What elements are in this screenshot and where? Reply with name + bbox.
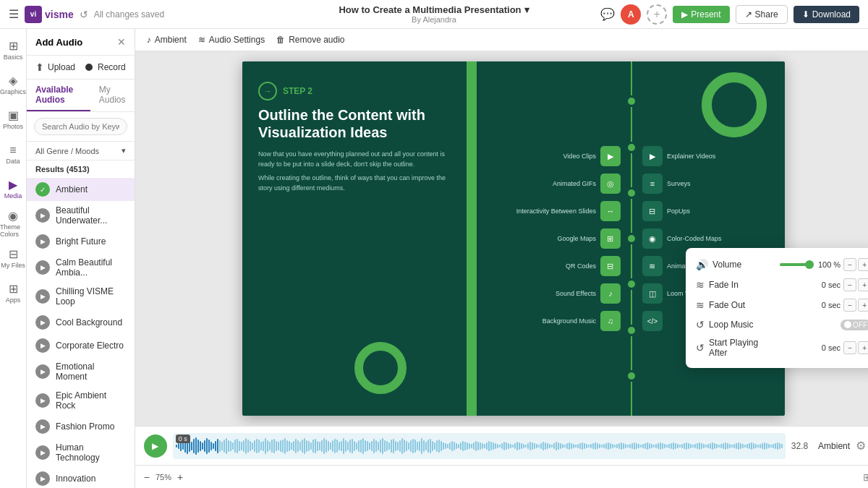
play-icon: ▶ [35,364,50,379]
audio-panel-title: Add Audio [35,37,82,48]
fade-out-increase-button[interactable]: + [858,299,868,312]
tab-available-audios[interactable]: Available Audios [27,80,90,111]
settings-bars-icon: ≋ [198,35,205,45]
audio-item-beautiful-underwater[interactable]: ▶ Beautiful Underwater... [27,201,135,230]
add-collaborator-button[interactable]: + [647,4,667,25]
chat-icon[interactable]: 💬 [600,7,615,21]
search-box [27,112,135,142]
document-title-area: How to Create a Multimedia Presentation … [339,4,529,24]
sidebar-item-my-files[interactable]: ⊟ My Files [0,243,26,275]
playing-check-icon: ✓ [35,182,50,197]
audio-item-epic-ambient[interactable]: ▶ Epic Ambient Rock [27,386,135,415]
fade-out-decrease-button[interactable]: − [843,299,856,312]
zoom-in-button[interactable]: + [177,471,183,483]
audio-item-human-technology[interactable]: ▶ Human Technology [27,438,135,467]
genre-dropdown[interactable]: All Genre / Moods ▾ [27,142,135,160]
my-files-icon: ⊟ [9,249,18,260]
play-icon: ▶ [35,289,50,304]
main-layout: ⊞ Basics ◈ Graphics ▣ Photos ≡ Data ▶ Me… [0,29,868,488]
play-icon: ▶ [35,208,50,223]
audio-item-emotional-moment[interactable]: ▶ Emotional Moment [27,357,135,386]
menu-icon[interactable]: ☰ [9,7,19,21]
audio-name: Human Technology [56,442,126,463]
audio-item-fashion-promo[interactable]: ▶ Fashion Promo [27,415,135,438]
loop-music-label: ↺ Loop Music [696,319,775,330]
start-playing-increase-button[interactable]: + [858,341,868,354]
audio-item-innovation[interactable]: ▶ Innovation [27,467,135,488]
start-playing-decrease-button[interactable]: − [843,341,856,354]
trash-toolbar-icon: 🗑 [276,35,285,45]
audio-name: Ambient [56,184,88,194]
basics-label: Basics [4,53,23,61]
play-icon: ▶ [35,338,50,353]
media-label: Media [4,192,22,200]
data-label: Data [6,158,20,165]
fade-in-decrease-button[interactable]: − [843,278,856,291]
toggle-off-state: OFF [841,320,868,330]
record-button[interactable]: Record [85,62,126,72]
toggle-dot [844,321,851,328]
apps-icon: ⊞ [9,283,18,295]
volume-icon: 🔊 [696,259,708,270]
fade-out-row: ≋ Fade Out 0 sec − + [696,299,868,312]
theme-colors-label: Theme Colors [0,223,26,238]
close-audio-panel-button[interactable]: ✕ [117,36,126,48]
audio-settings-icon[interactable]: ⚙ [856,439,866,453]
volume-increase-button[interactable]: + [858,258,868,271]
fade-in-increase-button[interactable]: + [858,278,868,291]
time-badge: 0 s [176,435,190,443]
title-dropdown-icon: ▾ [524,4,529,15]
grid-view-icon[interactable]: ⊞ [863,471,868,483]
search-input[interactable] [34,118,127,135]
upload-button[interactable]: ⬆ Upload [35,61,75,73]
volume-decrease-button[interactable]: − [843,258,856,271]
sidebar-item-graphics[interactable]: ◈ Graphics [0,69,26,101]
volume-stepper: − + [843,258,868,271]
sidebar-item-media[interactable]: ▶ Media [0,174,26,205]
tab-my-audios[interactable]: My Audios [90,80,135,111]
sidebar-item-basics[interactable]: ⊞ Basics [0,35,26,67]
audio-panel: Add Audio ✕ ⬆ Upload Record Available Au… [27,29,135,488]
play-icon: ▶ [35,260,50,275]
saved-status: All changes saved [94,9,164,20]
audio-name: Chilling VISME Loop [56,286,126,307]
avatar[interactable]: A [621,4,641,25]
basics-icon: ⊞ [9,40,18,52]
audio-item-corporate-electro[interactable]: ▶ Corporate Electro [27,334,135,357]
start-playing-icon: ↺ [696,342,705,354]
sidebar-item-photos[interactable]: ▣ Photos [0,104,26,136]
audio-name: Fashion Promo [56,421,114,432]
sidebar-item-apps[interactable]: ⊞ Apps [0,278,26,309]
audio-item-chilling-visme[interactable]: ▶ Chilling VISME Loop [27,282,135,311]
volume-thumb [805,260,814,269]
share-button[interactable]: ↗ Share [736,5,788,24]
remove-audio-button[interactable]: 🗑 Remove audio [276,35,344,45]
start-playing-value: 0 sec [822,343,841,352]
download-icon: ⬇ [802,9,809,20]
chevron-down-icon: ▾ [122,146,126,155]
zoom-out-button[interactable]: − [144,471,150,483]
volume-slider[interactable] [780,263,814,266]
loop-toggle[interactable]: OFF [841,320,868,330]
fade-in-label: ≋ Fade In [696,279,775,291]
fade-in-icon: ≋ [696,279,705,291]
undo-icon[interactable]: ↺ [80,9,88,20]
audio-item-bright-future[interactable]: ▶ Bright Future [27,230,135,253]
download-button[interactable]: ⬇ Download [793,6,859,23]
audio-item-cool-background[interactable]: ▶ Cool Background [27,311,135,334]
audio-item-ambient[interactable]: ✓ Ambient [27,178,135,201]
photos-icon: ▣ [8,110,19,121]
sidebar-item-data[interactable]: ≡ Data [0,139,26,171]
audio-item-calm-beautiful[interactable]: ▶ Calm Beautiful Ambia... [27,253,135,282]
waveform-container[interactable]: 0 s [173,433,786,459]
present-button[interactable]: ▶ Present [673,6,729,23]
audio-settings-button[interactable]: ≋ Audio Settings [198,35,265,45]
play-main-button[interactable]: ▶ [144,435,167,458]
canvas-wrapper: → STEP 2 Outline the Content with Visual… [135,51,868,426]
sidebar-item-theme-colors[interactable]: ◉ Theme Colors [0,208,26,240]
waveform-bars [173,433,786,459]
view-icons: ⊞ ≡ [863,471,868,483]
document-title[interactable]: How to Create a Multimedia Presentation … [339,4,529,15]
audio-name: Innovation [56,474,95,484]
ambient-toolbar-btn[interactable]: ♪ Ambient [147,35,187,45]
